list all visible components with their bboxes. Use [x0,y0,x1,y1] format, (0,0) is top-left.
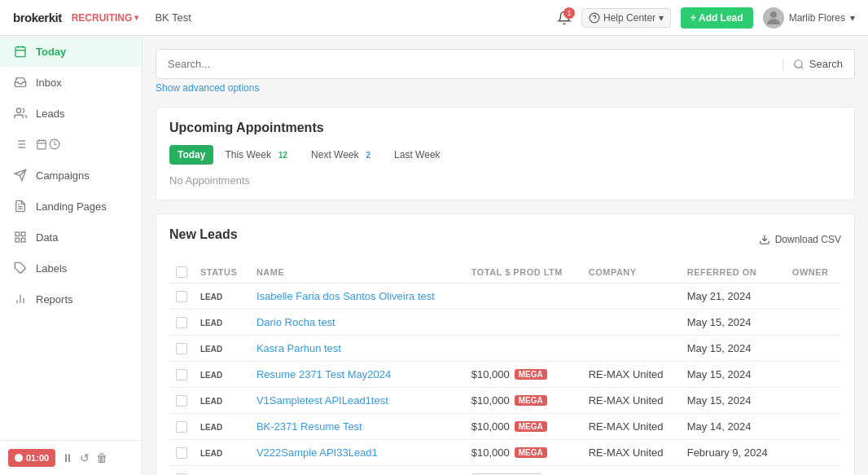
svg-rect-3 [15,47,25,57]
workspace-name: BK Test [155,11,191,24]
cell-name[interactable]: V222Sample API33Lead1 [250,440,465,466]
cell-owner [786,336,841,362]
cell-referred-on: May 15, 2024 [681,310,786,336]
cell-owner [786,414,841,440]
search-bar: Search [156,49,855,79]
help-center-button[interactable]: Help Center ▾ [581,8,671,28]
sidebar-item-label: Labels [36,262,67,275]
table-row: LEADResume 2371 Test May2024$10,000MEGAR… [169,362,841,388]
cell-referred-on: February 9, 2024 [681,466,786,476]
sidebar-item-label: Reports [36,293,73,306]
refresh-icon[interactable]: ↺ [80,451,90,464]
search-input[interactable] [168,58,783,70]
row-checkbox[interactable] [176,369,187,380]
appointments-tabs: Today This Week 12 Next Week 2 Last Week [169,145,841,165]
cell-status: LEAD [194,414,250,440]
leads-header: New Leads Download CSV [169,227,841,252]
new-leads-title: New Leads [169,227,238,242]
cell-name[interactable]: Kasra Parhun test [250,336,465,362]
notification-badge: 1 [563,7,575,19]
download-icon [759,234,770,245]
cell-owner [786,362,841,388]
sidebar-item-labels[interactable]: Labels [0,253,142,284]
tab-last-week[interactable]: Last Week [386,145,448,165]
select-all-checkbox[interactable] [176,266,187,278]
sidebar-item-data[interactable]: Data [0,222,142,253]
col-referred-on: REFERRED ON [681,262,786,284]
cell-status: LEAD [194,466,250,476]
svg-rect-24 [15,238,20,242]
row-checkbox[interactable] [176,421,187,433]
new-leads-section: New Leads Download CSV STATUS NAME TOTAL… [156,213,855,475]
cell-owner [786,388,841,414]
user-menu[interactable]: Marlib Flores ▾ [763,7,855,29]
table-row: LEADBK-2371 Resume Test$10,000MEGARE-MAX… [169,414,841,440]
cell-company [582,284,681,310]
cell-status: LEAD [194,284,250,310]
table-row: LEADV222Sample API33Lead1$10,000MEGARE-M… [169,440,841,466]
table-row: LEADDario Rocha testMay 15, 2024 [169,310,841,336]
row-checkbox[interactable] [176,317,187,328]
search-icon [793,59,804,70]
delete-icon[interactable]: 🗑 [96,451,107,464]
cell-total: $10,000MEGA [465,414,582,440]
cell-status: LEAD [194,336,250,362]
cell-name[interactable]: V1Sampletest APILead1test [250,388,465,414]
row-checkbox[interactable] [176,291,187,302]
appointments-title: Upcoming Appointments [169,121,841,135]
avatar [763,7,784,29]
cell-name[interactable]: BK-2371 Resume Test [250,414,465,440]
cell-total [465,284,582,310]
sidebar-item-today[interactable]: Today [0,36,142,67]
download-csv-button[interactable]: Download CSV [759,234,841,245]
sidebar-item-leads[interactable]: Leads [0,98,142,129]
campaigns-icon [13,168,28,183]
search-button[interactable]: Search [783,58,843,70]
sidebar-item-campaigns[interactable]: Campaigns [0,160,142,191]
cell-name[interactable]: WBSampleBK2540 APILead2540 [250,466,465,476]
col-owner: OWNER [786,262,841,284]
pause-icon[interactable]: ⏸ [62,451,73,464]
cell-total: $10,000MEGA [465,440,582,466]
col-name: NAME [250,262,465,284]
record-button[interactable]: 01:00 [8,449,55,467]
cell-owner [786,466,841,476]
sidebar-item-landing-pages[interactable]: Landing Pages [0,191,142,222]
cell-company: RE-MAX United [582,388,681,414]
cell-total: $10,000MEGA [465,388,582,414]
cell-company [582,466,681,476]
main-content: Search Show advanced options Upcoming Ap… [142,36,868,475]
row-checkbox[interactable] [176,447,187,459]
row-checkbox[interactable] [176,343,187,354]
notifications-button[interactable]: 1 [557,11,572,25]
sidebar-item-inbox[interactable]: Inbox [0,67,142,98]
svg-point-2 [770,11,777,18]
appointments-section: Upcoming Appointments Today This Week 12… [156,107,855,200]
table-row: LEADKasra Parhun testMay 15, 2024 [169,336,841,362]
cell-company: RE-MAX United [582,440,681,466]
cell-status: LEAD [194,310,250,336]
cell-referred-on: May 15, 2024 [681,336,786,362]
cell-name[interactable]: Dario Rocha test [250,310,465,336]
show-advanced-link[interactable]: Show advanced options [156,82,855,94]
tab-today[interactable]: Today [169,145,213,165]
no-appointments-text: No Appointments [169,174,841,187]
leads-table: STATUS NAME TOTAL $ PROD LTM COMPANY REF… [169,262,841,475]
row-checkbox[interactable] [176,395,187,407]
add-lead-button[interactable]: + Add Lead [681,7,753,29]
cell-owner [786,284,841,310]
cell-name[interactable]: Isabelle Faria dos Santos Oliveira test [250,284,465,310]
cell-total: NOT LICENSED [465,466,582,476]
cell-status: LEAD [194,362,250,388]
tab-next-week[interactable]: Next Week 2 [303,145,383,165]
sidebar-item-tasks[interactable] [0,129,142,160]
tab-this-week[interactable]: This Week 12 [217,145,300,165]
next-week-badge: 2 [362,150,375,161]
svg-rect-23 [21,238,25,242]
cell-name[interactable]: Resume 2371 Test May2024 [250,362,465,388]
sidebar-item-reports[interactable]: Reports [0,284,142,314]
col-total: TOTAL $ PROD LTM [465,262,582,284]
cell-total: $10,000MEGA [465,362,582,388]
recruiting-menu[interactable]: RECRUITING ▾ [72,12,139,24]
this-week-badge: 12 [274,150,292,161]
